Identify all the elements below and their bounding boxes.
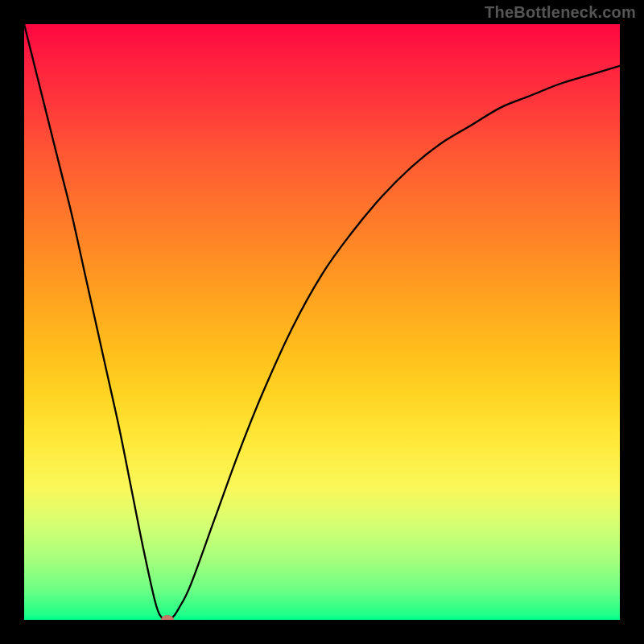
watermark-text: TheBottleneck.com [485, 3, 636, 22]
bottleneck-curve [24, 24, 620, 620]
chart-frame: TheBottleneck.com [0, 0, 644, 644]
minimum-marker [161, 615, 174, 620]
plot-area [24, 24, 620, 620]
